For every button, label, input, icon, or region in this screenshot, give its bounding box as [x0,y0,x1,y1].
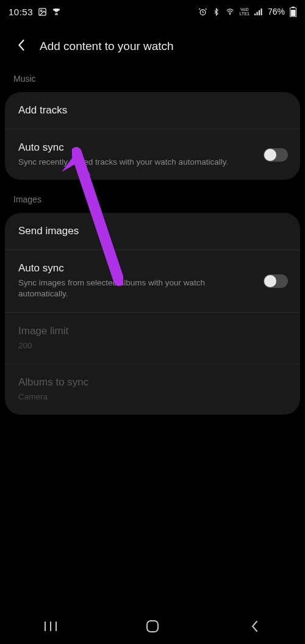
nav-recents-button[interactable] [32,615,69,640]
images-auto-sync-row: Auto sync Sync images from selected albu… [5,249,300,312]
section-label-music: Music [0,70,305,90]
recents-icon [44,621,57,634]
nav-home-button[interactable] [134,614,171,641]
images-auto-sync-toggle[interactable] [264,274,288,288]
chevron-left-icon [17,44,25,53]
music-auto-sync-desc: Sync recently added tracks with your wat… [18,157,238,168]
page-header: Add content to your watch [0,23,305,70]
image-limit-value: 200 [18,340,238,351]
image-icon [38,7,47,16]
status-bar: 10:53 VoDLTE1 76% [0,0,305,23]
wifi-icon [225,8,235,16]
music-auto-sync-row: Auto sync Sync recently added tracks wit… [5,129,300,180]
svg-rect-10 [291,10,296,16]
albums-to-sync-row: Albums to sync Camera [5,363,300,415]
volte-icon: VoDLTE1 [240,7,249,16]
page-title: Add content to your watch [40,40,174,53]
images-auto-sync-desc: Sync images from selected albums with yo… [18,277,238,299]
svg-rect-4 [254,13,256,15]
battery-percent: 76% [268,7,285,16]
bluetooth-icon [212,7,220,16]
alarm-icon [198,7,207,16]
send-images-row[interactable]: Send images [5,213,300,249]
image-limit-title: Image limit [18,325,287,337]
music-card: Add tracks Auto sync Sync recently added… [5,92,300,180]
svg-rect-14 [147,621,158,632]
section-label-images: Images [0,191,305,210]
system-nav-bar [0,610,305,644]
music-auto-sync-toggle[interactable] [264,148,288,162]
home-icon [146,620,159,635]
music-auto-sync-title: Auto sync [18,141,287,154]
images-auto-sync-title: Auto sync [18,262,287,274]
add-tracks-label: Add tracks [18,104,287,116]
svg-rect-5 [256,12,257,15]
image-limit-row: Image limit 200 [5,312,300,363]
trophy-icon [52,7,61,16]
images-card: Send images Auto sync Sync images from s… [5,213,300,415]
nav-back-icon [250,620,259,634]
send-images-label: Send images [18,225,287,237]
svg-point-1 [40,10,42,12]
add-tracks-row[interactable]: Add tracks [5,92,300,129]
battery-icon [290,7,296,17]
albums-to-sync-title: Albums to sync [18,376,287,388]
svg-rect-6 [259,10,260,15]
svg-rect-7 [260,8,262,15]
albums-to-sync-value: Camera [18,392,238,402]
svg-point-3 [229,13,230,14]
back-button[interactable] [13,35,29,57]
signal-icon [254,8,263,16]
nav-back-button[interactable] [236,614,273,640]
status-time: 10:53 [9,7,33,17]
